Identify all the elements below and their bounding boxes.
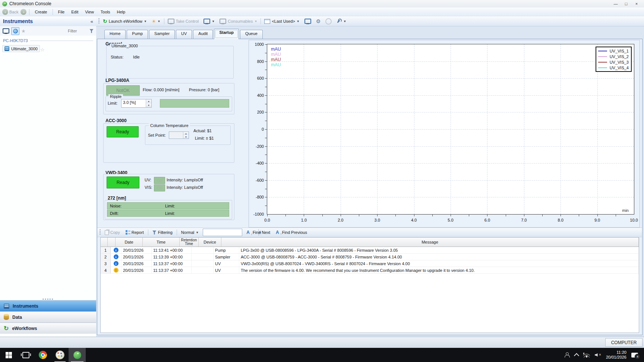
- stepper-down-icon[interactable]: ▼: [183, 135, 189, 139]
- filter-input[interactable]: [67, 28, 88, 34]
- global-view-toggle[interactable]: [11, 27, 19, 35]
- minimize-button[interactable]: —: [610, 0, 621, 7]
- computer-group-header[interactable]: PC-H0K7D73: [0, 36, 96, 44]
- column-header-time[interactable]: Time: [143, 238, 180, 247]
- back-label[interactable]: Back: [9, 10, 18, 14]
- sidebar-item-data[interactable]: Data: [0, 311, 96, 323]
- filtering-label: Filtering: [158, 230, 173, 235]
- setpoint-value[interactable]: [169, 132, 183, 139]
- take-control-button[interactable]: Take Control: [166, 18, 201, 25]
- find-next-button[interactable]: A Find Next: [245, 229, 272, 235]
- toolbar-grip[interactable]: [98, 18, 100, 24]
- filtering-button[interactable]: Filtering: [151, 230, 174, 235]
- instrument-item[interactable]: Ultimate_3000: [2, 45, 40, 52]
- axis-unit-label-uvvis2: mAU: [271, 52, 281, 57]
- severity-cell: i: [111, 260, 121, 267]
- notifications-icon[interactable]: 4: [631, 353, 638, 358]
- last-used-button[interactable]: <Last Used> ▼: [263, 18, 301, 25]
- column-header-device[interactable]: Device: [199, 238, 221, 247]
- table-row[interactable]: 2 i 20/01/2026 11:13:39 +00:00 Sampler A…: [101, 254, 639, 260]
- stepper-up-icon[interactable]: ▲: [183, 132, 189, 135]
- tab-queue[interactable]: Queue: [240, 30, 263, 39]
- forward-icon[interactable]: ›: [20, 9, 26, 15]
- table-row[interactable]: 4 ! 20/01/2026 11:13:37 +00:00 UV The ve…: [101, 267, 639, 274]
- task-view-button[interactable]: [17, 348, 34, 362]
- menu-file[interactable]: File: [55, 9, 68, 15]
- vis-lamp-button[interactable]: Off: [154, 184, 165, 191]
- monitor-button[interactable]: ▼: [202, 18, 216, 25]
- mode-dropdown[interactable]: Normal ▼: [180, 230, 200, 235]
- tab-sampler[interactable]: Sampler: [149, 30, 175, 39]
- chrome-taskbar-button[interactable]: [34, 348, 51, 362]
- close-button[interactable]: ×: [631, 0, 642, 7]
- back-icon[interactable]: ‹: [2, 9, 8, 15]
- column-header-date[interactable]: Date: [116, 238, 143, 247]
- setpoint-stepper[interactable]: ▲▼: [169, 131, 189, 139]
- menu-edit[interactable]: Edit: [68, 9, 82, 15]
- filter-funnel-icon[interactable]: [89, 29, 94, 33]
- uv-label: UV:: [145, 178, 151, 182]
- computer-view-icon[interactable]: [3, 28, 9, 34]
- consumables-button[interactable]: Consumables ▼: [218, 18, 259, 25]
- column-header-message[interactable]: Message: [221, 238, 639, 247]
- taskbar-clock[interactable]: 11:20 20/01/2026: [606, 350, 626, 360]
- menu-help[interactable]: Help: [114, 9, 129, 15]
- legend-entry: UV_VIS_1: [598, 48, 629, 53]
- chart-plot-area[interactable]: 1000 800 600 400 200 0 -200 -400 -600 -8…: [267, 44, 634, 215]
- globe-icon: [13, 29, 18, 34]
- ripple-limit-stepper[interactable]: 3.0 [%] ▲▼: [121, 99, 152, 108]
- settings-button[interactable]: ⚙: [315, 18, 322, 25]
- tab-uv[interactable]: UV: [176, 30, 192, 39]
- column-oven-state-button[interactable]: Ready: [107, 126, 139, 137]
- menu-view[interactable]: View: [82, 9, 97, 15]
- collapse-panel-icon[interactable]: «: [91, 19, 93, 24]
- toolbar-grip[interactable]: [100, 229, 101, 235]
- remote-monitor-button[interactable]: [303, 18, 313, 25]
- vis-intensity-value: Intensity: LampIsOff: [167, 185, 203, 190]
- column-header-severity[interactable]: [108, 238, 116, 247]
- ripple-limit-value[interactable]: 3.0 [%]: [121, 99, 146, 107]
- show-hidden-icons-chevron[interactable]: [574, 353, 579, 358]
- tab-startup[interactable]: Startup: [214, 29, 239, 39]
- favorites-star-icon[interactable]: ★: [21, 28, 26, 34]
- table-row[interactable]: 3 i 20/01/2026 11:13:37 +00:00 UV VWD-3x…: [101, 260, 639, 267]
- network-icon[interactable]: ✱: [583, 353, 590, 358]
- stepper-up-icon[interactable]: ▲: [146, 99, 151, 104]
- paint-taskbar-button[interactable]: [51, 348, 69, 362]
- device-cell: Pump: [214, 247, 239, 253]
- tab-home[interactable]: Home: [104, 30, 126, 39]
- column-header-rownum[interactable]: [101, 238, 108, 247]
- stepper-down-icon[interactable]: ▼: [146, 104, 151, 108]
- uv-lamp-button[interactable]: Off: [154, 177, 165, 184]
- launch-eworkflow-button[interactable]: ↻ Launch eWorkflow ▼: [101, 18, 148, 25]
- tools-button[interactable]: ▼: [335, 18, 348, 25]
- eworkflow-options-button[interactable]: ☀ ▼: [150, 18, 162, 25]
- start-button[interactable]: [0, 348, 17, 362]
- tab-audit[interactable]: Audit: [193, 30, 213, 39]
- chart-legend[interactable]: UV_VIS_1 UV_VIS_2 UV_VIS_3 UV_VIS_4: [596, 47, 632, 72]
- people-icon[interactable]: [565, 352, 570, 358]
- instrument-favorite-star-icon[interactable]: ☆: [40, 47, 45, 53]
- detector-state-button[interactable]: Ready: [107, 177, 139, 188]
- column-header-retention[interactable]: Retention Time: [180, 238, 199, 247]
- record-button[interactable]: [324, 18, 333, 25]
- log-search-combobox[interactable]: ▼: [203, 229, 242, 236]
- find-previous-button[interactable]: A Find Previous: [274, 229, 309, 235]
- startup-panel: General Ultimate_3000 Status: Idle LPG-3…: [97, 39, 643, 335]
- maximize-button[interactable]: □: [621, 0, 631, 7]
- table-row[interactable]: 1 i 20/01/2026 11:13:41 +00:00 Pump LPG-…: [101, 247, 639, 254]
- x-tick-label: 10.0: [630, 218, 638, 222]
- splitter-handle[interactable]: ●●●●●: [0, 297, 96, 300]
- signal-chart[interactable]: 1000 800 600 400 200 0 -200 -400 -600 -8…: [249, 40, 640, 228]
- report-button[interactable]: Report: [124, 230, 145, 235]
- sidebar-item-eworkflows[interactable]: ↻ eWorkflows: [0, 323, 96, 334]
- volume-muted-icon[interactable]: ×: [595, 353, 601, 358]
- chevron-down-icon: ▼: [254, 20, 257, 23]
- gridline: [561, 44, 561, 214]
- chromeleon-taskbar-button[interactable]: [69, 348, 86, 362]
- menu-create[interactable]: Create: [31, 9, 50, 15]
- sidebar-item-instruments[interactable]: Instruments: [0, 300, 96, 311]
- menu-tools[interactable]: Tools: [97, 9, 114, 15]
- copy-button[interactable]: Copy: [103, 230, 121, 235]
- tab-pump[interactable]: Pump: [127, 30, 148, 39]
